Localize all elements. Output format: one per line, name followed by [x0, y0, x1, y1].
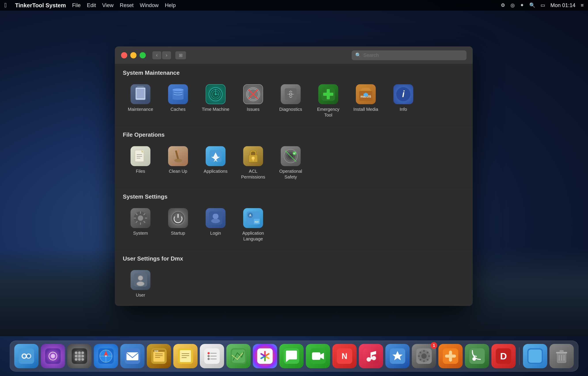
icon-item-issues[interactable]: Issues — [235, 81, 271, 122]
dock-finder2[interactable] — [523, 344, 547, 368]
icon-item-startup[interactable]: Startup — [160, 205, 196, 245]
icon-grid-system-settings: System Startup — [123, 205, 465, 245]
caches-icon — [168, 84, 188, 104]
svg-rect-109 — [232, 349, 245, 363]
dock-reeder[interactable] — [465, 344, 489, 368]
info-label: Info — [399, 106, 407, 112]
issues-icon — [243, 84, 263, 104]
dock-launchpad[interactable] — [67, 344, 92, 368]
svg-text:D: D — [500, 351, 507, 361]
dock-notes[interactable] — [173, 344, 198, 368]
icon-item-clean-up[interactable]: Clean Up — [160, 143, 196, 183]
emergency-tool-icon — [318, 84, 338, 104]
svg-rect-145 — [560, 350, 564, 352]
svg-rect-87 — [126, 352, 138, 360]
icon-item-diagnostics[interactable]: Diagnostics — [273, 81, 308, 122]
menubar-icon-4[interactable]: ▭ — [541, 2, 545, 8]
title-bar: ‹ › ⊞ 🔍 — [115, 46, 473, 64]
dock-maps[interactable] — [226, 344, 251, 368]
icon-item-application-language[interactable]: A app Application Language — [235, 205, 271, 245]
svg-point-102 — [208, 352, 210, 354]
svg-text:N: N — [342, 352, 347, 361]
dock-music[interactable] — [359, 344, 383, 368]
svg-point-104 — [208, 355, 210, 357]
files-icon — [131, 146, 150, 166]
icon-item-install-media[interactable]: macOS Install Media — [348, 81, 383, 122]
icon-item-caches[interactable]: Caches — [160, 81, 196, 122]
preferences-badge: 1 — [431, 342, 437, 349]
dock-tinkertool[interactable] — [439, 344, 463, 368]
diagnostics-label: Diagnostics — [279, 106, 302, 112]
dock-mail[interactable] — [120, 344, 145, 368]
menu-edit[interactable]: Edit — [87, 2, 96, 8]
menu-window[interactable]: Window — [140, 2, 158, 8]
menu-reset[interactable]: Reset — [120, 2, 134, 8]
menubar-icon-5[interactable]: ≡ — [581, 2, 584, 8]
icon-item-time-machine[interactable]: Time Machine — [198, 81, 233, 122]
menu-bar-right: ⚙ ◎ ✦ 🔍 ▭ Mon 01:14 ≡ — [501, 2, 584, 8]
menu-help[interactable]: Help — [165, 2, 176, 8]
maximize-button[interactable] — [140, 52, 146, 58]
back-button[interactable]: ‹ — [152, 51, 161, 59]
svg-point-74 — [82, 352, 84, 354]
menu-bar-app-name[interactable]: TinkerTool System — [15, 2, 66, 9]
applications-icon — [206, 146, 226, 166]
icon-item-system[interactable]: System — [123, 205, 158, 245]
icon-item-emergency-tool[interactable]: Emergency Tool — [311, 81, 346, 122]
icon-item-info[interactable]: i Info — [386, 81, 421, 122]
search-input[interactable] — [363, 52, 463, 58]
dock-trash[interactable] — [550, 344, 574, 368]
icon-item-applications[interactable]: Applications — [198, 143, 233, 183]
svg-point-53 — [211, 219, 220, 223]
icon-item-files[interactable]: Files — [123, 143, 158, 183]
dock-preferences[interactable]: 1 — [412, 344, 436, 368]
menu-view[interactable]: View — [102, 2, 114, 8]
svg-rect-135 — [449, 351, 452, 362]
install-media-label: Install Media — [353, 106, 378, 112]
dock-reminders[interactable] — [200, 344, 224, 368]
svg-text:MAY: MAY — [154, 350, 158, 352]
grid-view-button[interactable]: ⊞ — [175, 51, 186, 59]
svg-rect-114 — [312, 352, 321, 360]
menubar-icon-2[interactable]: ◎ — [510, 2, 515, 8]
login-icon — [206, 208, 226, 228]
dock-safari[interactable] — [94, 344, 118, 368]
section-title-system-maintenance: System Maintenance — [123, 69, 465, 76]
dock-photos[interactable] — [253, 344, 277, 368]
section-title-user-settings: User Settings for Dmx — [123, 255, 465, 262]
dock-finder[interactable] — [14, 344, 39, 368]
search-bar[interactable]: 🔍 — [352, 50, 466, 60]
svg-text:i: i — [402, 89, 405, 99]
icon-grid-user-settings: User — [123, 266, 465, 301]
icon-item-user[interactable]: User — [123, 266, 158, 301]
clean-up-label: Clean Up — [169, 168, 187, 174]
icon-item-maintenance[interactable]: Maintenance — [123, 81, 158, 122]
icon-item-acl-permissions[interactable]: ACL Permissions — [235, 143, 271, 183]
menu-file[interactable]: File — [72, 2, 81, 8]
dock-notefile[interactable]: MAY 6 — [147, 344, 171, 368]
menubar-icon-3[interactable]: ✦ — [520, 2, 524, 8]
menubar-search-icon[interactable]: 🔍 — [529, 2, 535, 8]
icon-item-login[interactable]: Login — [198, 205, 233, 245]
close-button[interactable] — [121, 52, 127, 58]
svg-text:6: 6 — [157, 350, 158, 352]
minimize-button[interactable] — [130, 52, 136, 58]
acl-permissions-icon — [243, 146, 263, 166]
menubar-icon-1[interactable]: ⚙ — [501, 2, 505, 8]
dock-messages[interactable] — [279, 344, 304, 368]
dock-separator — [519, 347, 520, 365]
issues-label: Issues — [247, 106, 260, 112]
apple-menu[interactable]:  — [4, 2, 7, 9]
clean-up-icon — [168, 146, 188, 166]
dock-news[interactable]: N — [332, 344, 357, 368]
section-title-system-settings: System Settings — [123, 193, 465, 200]
svg-point-118 — [367, 357, 371, 362]
dock-siri[interactable] — [41, 344, 65, 368]
dock-appstore[interactable] — [385, 344, 410, 368]
dock-facetime[interactable] — [306, 344, 330, 368]
nav-buttons: ‹ › — [152, 51, 171, 59]
dock-delicious[interactable]: D — [492, 344, 516, 368]
login-label: Login — [210, 230, 221, 236]
icon-item-operational-safety[interactable]: Operational Safety — [273, 143, 308, 183]
forward-button[interactable]: › — [162, 51, 171, 59]
